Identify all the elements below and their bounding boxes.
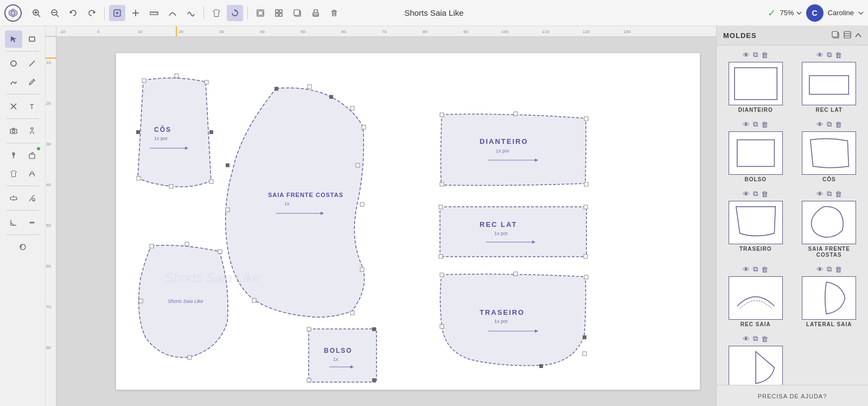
molde-bolso-preview[interactable] bbox=[729, 131, 783, 175]
freehand-tool[interactable] bbox=[5, 73, 22, 91]
pattern-piece-curve[interactable]: Shorts Saia Like bbox=[135, 240, 235, 363]
svg-text:40: 40 bbox=[46, 182, 51, 187]
redo-button[interactable] bbox=[84, 5, 100, 21]
layers-button[interactable] bbox=[252, 5, 269, 21]
molde-lateralsaia-preview[interactable] bbox=[802, 276, 856, 320]
molde-recsaia-delete[interactable]: 🗑 bbox=[761, 264, 769, 274]
user-dropdown-icon[interactable] bbox=[858, 11, 864, 15]
molde-reclat-delete[interactable]: 🗑 bbox=[834, 50, 843, 60]
molde-cos-delete[interactable]: 🗑 bbox=[834, 119, 843, 129]
svg-rect-100 bbox=[360, 202, 364, 206]
drawing-canvas[interactable]: Shorts Saia Like bbox=[56, 37, 716, 406]
print-button[interactable] bbox=[308, 5, 324, 21]
molde-item-lateral-saia: 👁 ⧉ 🗑 LATERAL SAIA bbox=[795, 264, 864, 327]
molde-cos-preview[interactable] bbox=[802, 131, 856, 175]
camera-tool[interactable] bbox=[5, 122, 22, 139]
molde-unknown-preview[interactable] bbox=[729, 346, 783, 385]
undo-button[interactable] bbox=[65, 5, 81, 21]
delete-button[interactable] bbox=[326, 5, 342, 21]
help-text[interactable]: PRECISA DE AJUDA? bbox=[758, 393, 827, 399]
tool-sep-7 bbox=[7, 234, 39, 235]
molde-unknown-eye[interactable]: 👁 bbox=[742, 334, 750, 344]
dots-tool[interactable] bbox=[23, 214, 41, 231]
main-content: T bbox=[0, 26, 868, 406]
molde-item-cos: 👁 ⧉ 🗑 CÔS bbox=[795, 119, 864, 182]
angle-tool[interactable] bbox=[5, 214, 22, 231]
molde-bolso-delete[interactable]: 🗑 bbox=[761, 119, 769, 129]
molde-cos-duplicate[interactable]: ⧉ bbox=[826, 119, 832, 129]
garment-tool[interactable] bbox=[5, 165, 22, 182]
select-button[interactable] bbox=[109, 5, 125, 21]
refresh-button[interactable] bbox=[227, 5, 243, 21]
molde-cos-eye[interactable]: 👁 bbox=[816, 119, 824, 129]
adjust-tool[interactable] bbox=[5, 189, 22, 207]
cross-tool[interactable] bbox=[5, 98, 22, 115]
tool-row-1 bbox=[5, 30, 41, 48]
pattern-piece-dianteiro[interactable]: DIANTEIRO 1x por bbox=[433, 110, 593, 192]
history-tool[interactable] bbox=[14, 238, 31, 256]
molde-traseiro-duplicate[interactable]: ⧉ bbox=[752, 189, 758, 199]
figure-tool[interactable] bbox=[23, 122, 41, 139]
accessory-tool[interactable] bbox=[23, 165, 41, 182]
user-avatar[interactable]: C bbox=[806, 4, 824, 22]
molde-reclat-eye[interactable]: 👁 bbox=[816, 50, 824, 60]
molde-bolso-eye[interactable]: 👁 bbox=[742, 119, 750, 129]
pattern-piece-cos[interactable]: CÔS 1x por bbox=[127, 72, 222, 194]
molde-bolso-duplicate[interactable]: ⧉ bbox=[752, 119, 758, 129]
molde-recsaia-duplicate[interactable]: ⧉ bbox=[752, 264, 758, 274]
molde-saiafrente-preview[interactable] bbox=[802, 201, 856, 244]
curve1-button[interactable] bbox=[164, 5, 181, 21]
pattern-piece-rec-lat[interactable]: REC LAT 1x por bbox=[433, 202, 593, 262]
molde-recsaia-eye[interactable]: 👁 bbox=[742, 264, 750, 274]
molde-lateralsaia-eye[interactable]: 👁 bbox=[816, 264, 824, 274]
arrow-tool[interactable] bbox=[5, 30, 22, 48]
panel-icon-layers[interactable] bbox=[843, 30, 852, 41]
molde-unknown-delete[interactable]: 🗑 bbox=[761, 334, 769, 344]
molde-saiafrente-duplicate[interactable]: ⧉ bbox=[826, 189, 832, 199]
pattern-piece-saia-frente[interactable]: SAIA FRENTE COSTAS 1x bbox=[222, 83, 376, 327]
ruler-button[interactable] bbox=[146, 5, 162, 21]
molde-traseiro-eye[interactable]: 👁 bbox=[742, 189, 750, 199]
molde-unknown-duplicate[interactable]: ⧉ bbox=[752, 334, 758, 344]
molde-dianteiro-preview[interactable] bbox=[729, 62, 783, 105]
molde-reclat-duplicate[interactable]: ⧉ bbox=[826, 50, 832, 60]
molde-item-dianteiro: 👁 ⧉ 🗑 DIANTEIRO bbox=[721, 50, 790, 113]
zoom-control[interactable]: 75% bbox=[780, 9, 802, 17]
pattern-piece-traseiro[interactable]: TRASEIRO 1x por bbox=[433, 270, 593, 371]
zoom-in-button[interactable] bbox=[28, 5, 44, 21]
molde-traseiro-preview[interactable] bbox=[729, 201, 783, 244]
molde-saiafrente-delete[interactable]: 🗑 bbox=[834, 189, 843, 199]
panel-chevron-up[interactable] bbox=[855, 30, 861, 41]
molde-traseiro-delete[interactable]: 🗑 bbox=[761, 189, 769, 199]
svg-text:-10: -10 bbox=[59, 29, 66, 34]
molde-dianteiro-duplicate[interactable]: ⧉ bbox=[752, 50, 758, 60]
molde-item-rec-lat: 👁 ⧉ 🗑 REC LAT bbox=[795, 50, 864, 113]
svg-rect-19 bbox=[258, 11, 263, 15]
molde-lateralsaia-delete[interactable]: 🗑 bbox=[834, 264, 843, 274]
document-title: Shorts Saia Like bbox=[404, 8, 463, 17]
molde-cos-label: CÔS bbox=[822, 176, 836, 182]
molde-dianteiro-eye[interactable]: 👁 bbox=[742, 50, 750, 60]
copy-button[interactable] bbox=[289, 5, 305, 21]
rect-tool[interactable] bbox=[23, 30, 41, 48]
bag-tool[interactable] bbox=[23, 147, 41, 164]
circle-tool[interactable] bbox=[5, 55, 22, 72]
pencil-tool[interactable] bbox=[23, 73, 41, 91]
zoom-out-button[interactable] bbox=[47, 5, 63, 21]
molde-lateralsaia-duplicate[interactable]: ⧉ bbox=[826, 264, 832, 274]
text-tool[interactable]: T bbox=[23, 98, 41, 115]
size-tool[interactable]: s bbox=[23, 189, 41, 207]
pattern-piece-bolso[interactable]: BOLSO 1x bbox=[303, 325, 382, 387]
panel-icon-copy[interactable] bbox=[831, 30, 840, 41]
tool-row-4: T bbox=[5, 98, 41, 115]
grid-button[interactable] bbox=[271, 5, 287, 21]
curve2-button[interactable] bbox=[183, 5, 199, 21]
add-point-button[interactable] bbox=[127, 5, 144, 21]
molde-dianteiro-delete[interactable]: 🗑 bbox=[761, 50, 769, 60]
shirt-button[interactable] bbox=[208, 5, 225, 21]
pin-tool[interactable] bbox=[5, 147, 22, 164]
molde-saiafrente-eye[interactable]: 👁 bbox=[816, 189, 824, 199]
molde-reclat-preview[interactable] bbox=[802, 62, 856, 105]
molde-recsaia-preview[interactable] bbox=[729, 276, 783, 320]
line-tool[interactable] bbox=[23, 55, 41, 72]
